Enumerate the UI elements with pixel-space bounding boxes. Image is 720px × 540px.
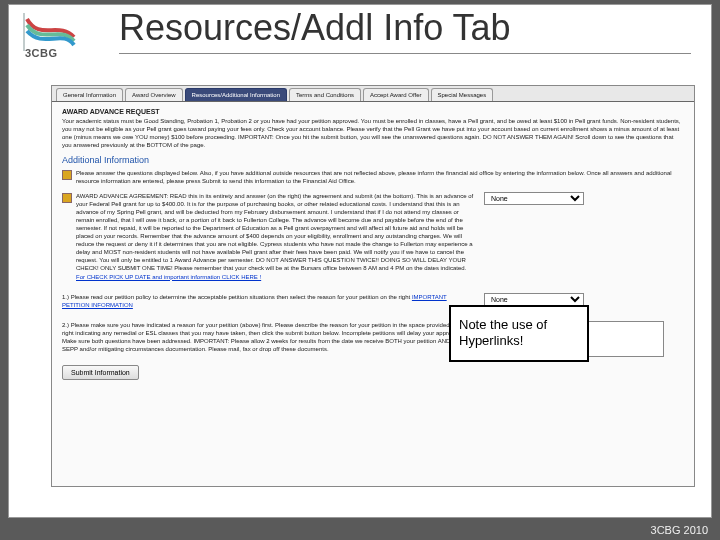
tab-general-information[interactable]: General Information: [56, 88, 123, 101]
logo-swoosh-icon: [19, 11, 79, 51]
screenshot-panel: General Information Award Overview Resou…: [51, 85, 695, 487]
additional-info-intro-row: Please answer the questions displayed be…: [62, 169, 684, 185]
annotation-callout: Note the use of Hyperlinks!: [449, 305, 589, 362]
callout-line-2: Hyperlinks!: [459, 333, 579, 349]
additional-info-intro: Please answer the questions displayed be…: [76, 169, 684, 185]
submit-button[interactable]: Submit Information: [62, 365, 139, 380]
question-1-text: 1.) Please read our petition policy to d…: [62, 294, 412, 300]
bullet-icon: [62, 193, 72, 203]
tab-terms-and-conditions[interactable]: Terms and Conditions: [289, 88, 361, 101]
footer-watermark: 3CBG 2010: [651, 524, 708, 536]
agreement-select[interactable]: None: [484, 192, 584, 205]
question-2-row: 2.) Please make sure you have indicated …: [62, 321, 684, 359]
bullet-icon: [62, 170, 72, 180]
slide-frame: 3CBG Resources/Addl Info Tab General Inf…: [8, 4, 712, 518]
award-request-body: Your academic status must be Good Standi…: [62, 117, 684, 149]
check-pickup-link[interactable]: For CHECK PICK UP DATE and important inf…: [76, 274, 261, 280]
agreement-row: AWARD ADVANCE AGREEMENT: READ this in it…: [62, 192, 684, 287]
logo: 3CBG: [19, 11, 109, 71]
petition-reason-select[interactable]: None: [484, 293, 584, 306]
tab-special-messages[interactable]: Special Messages: [431, 88, 494, 101]
question-1-row: 1.) Please read our petition policy to d…: [62, 293, 684, 315]
tab-accept-award-offer[interactable]: Accept Award Offer: [363, 88, 428, 101]
tab-bar: General Information Award Overview Resou…: [52, 86, 694, 102]
award-request-heading: AWARD ADVANCE REQUEST: [62, 108, 684, 115]
page-title: Resources/Addl Info Tab: [119, 7, 691, 54]
agreement-text: AWARD ADVANCE AGREEMENT: READ this in it…: [76, 193, 473, 272]
question-2-text: 2.) Please make sure you have indicated …: [62, 321, 474, 353]
tab-panel: AWARD ADVANCE REQUEST Your academic stat…: [52, 102, 694, 386]
tab-resources-additional-information[interactable]: Resources/Additional Information: [185, 88, 287, 101]
tab-award-overview[interactable]: Award Overview: [125, 88, 183, 101]
callout-line-1: Note the use of: [459, 317, 579, 333]
additional-info-heading: Additional Information: [62, 155, 684, 165]
